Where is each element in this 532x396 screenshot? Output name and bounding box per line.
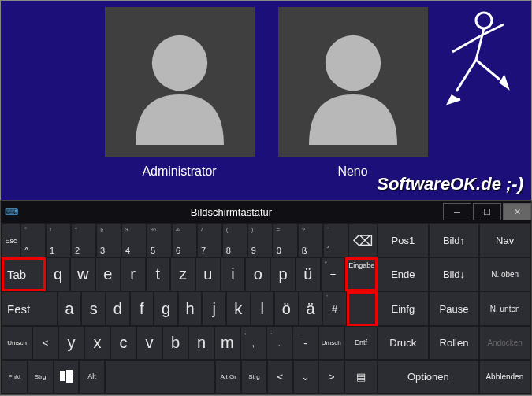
user-tile-administrator[interactable]: Administrator — [105, 7, 255, 201]
key-0[interactable]: =0 — [273, 224, 297, 257]
key-p[interactable]: p — [271, 258, 295, 291]
key-pagedown[interactable]: Bild↓ — [430, 258, 479, 291]
key-j[interactable]: j — [203, 292, 225, 324]
key-enter-lower[interactable] — [348, 292, 377, 324]
login-screen: Administrator Neno SoftwareOK.de ;-) — [1, 1, 531, 201]
key-menu[interactable]: ▤ — [345, 361, 377, 393]
key-end[interactable]: Ende — [378, 258, 428, 291]
key-u[interactable]: u — [196, 258, 220, 291]
key-m[interactable]: m — [215, 327, 240, 359]
user-tile-neno[interactable]: Neno — [278, 7, 428, 201]
key-r[interactable]: r — [121, 258, 145, 291]
key-capslock[interactable]: Fest — [2, 292, 57, 324]
key-pageup[interactable]: Bild↑ — [430, 224, 479, 257]
key-sharp-s[interactable]: ?ß — [299, 224, 322, 257]
key-ctrl-left[interactable]: Strg — [28, 361, 53, 393]
key-5[interactable]: %5 — [147, 224, 171, 257]
key-down-arrow[interactable]: ⌄ — [294, 361, 318, 393]
avatar — [278, 7, 428, 157]
key-dock[interactable]: Andocken — [480, 327, 530, 359]
key-4[interactable]: $4 — [122, 224, 146, 257]
svg-line-7 — [476, 60, 500, 80]
key-lessthan[interactable]: < — [33, 327, 58, 359]
key-c[interactable]: c — [111, 327, 136, 359]
key-n[interactable]: n — [189, 327, 214, 359]
maximize-button[interactable]: ☐ — [473, 203, 501, 220]
key-accent[interactable]: `´ — [324, 224, 348, 257]
key-alt[interactable]: Alt — [80, 361, 104, 393]
key-hash[interactable]: '# — [323, 292, 346, 324]
key-3[interactable]: §3 — [97, 224, 121, 257]
key-tab[interactable]: Tab — [2, 258, 45, 291]
minimize-button[interactable]: ─ — [443, 203, 471, 220]
key-9[interactable]: )9 — [248, 224, 272, 257]
key-fn[interactable]: Fnkt — [2, 361, 27, 393]
key-scrolllock[interactable]: Rollen — [430, 327, 479, 359]
key-fade[interactable]: Abblenden — [480, 361, 530, 393]
keyboard-area: Esc °^ !1 "2 §3 $4 %5 &6 /7 (8 )9 =0 ?ß … — [1, 223, 531, 394]
key-delete[interactable]: Entf — [345, 327, 377, 359]
key-plus[interactable]: *+ — [322, 258, 345, 291]
key-backspace[interactable]: ⌫ — [349, 224, 377, 257]
key-nav-up[interactable]: N. oben — [480, 258, 530, 291]
key-z[interactable]: z — [171, 258, 195, 291]
key-insert[interactable]: Einfg — [378, 292, 428, 324]
key-1[interactable]: !1 — [47, 224, 70, 257]
key-w[interactable]: w — [71, 258, 95, 291]
key-dash[interactable]: _- — [293, 327, 318, 359]
key-dot[interactable]: :. — [267, 327, 292, 359]
key-nav-down[interactable]: N. unten — [480, 292, 530, 324]
key-options[interactable]: Optionen — [378, 361, 478, 393]
key-i[interactable]: i — [221, 258, 245, 291]
key-home[interactable]: Pos1 — [378, 224, 428, 257]
user-name-label: Neno — [337, 165, 367, 179]
key-s[interactable]: s — [82, 292, 105, 324]
key-left-arrow[interactable]: < — [268, 361, 292, 393]
key-d[interactable]: d — [106, 292, 129, 324]
key-7[interactable]: /7 — [198, 224, 221, 257]
key-e[interactable]: e — [96, 258, 120, 291]
key-ctrl-right[interactable]: Strg — [242, 361, 266, 393]
key-esc[interactable]: Esc — [2, 224, 20, 257]
key-windows[interactable] — [54, 361, 79, 393]
avatar — [105, 7, 255, 157]
key-k[interactable]: k — [227, 292, 250, 324]
close-button[interactable]: ✕ — [503, 203, 531, 220]
onscreen-keyboard-window: ⌨ Bildschirmtastatur ─ ☐ ✕ Esc °^ !1 "2 … — [0, 200, 532, 395]
key-6[interactable]: &6 — [173, 224, 196, 257]
key-print[interactable]: Druck — [378, 327, 428, 359]
key-q[interactable]: q — [47, 258, 70, 291]
key-t[interactable]: t — [147, 258, 170, 291]
key-ue[interactable]: ü — [296, 258, 320, 291]
key-comma[interactable]: ;, — [241, 327, 266, 359]
key-nav[interactable]: Nav — [480, 224, 530, 257]
key-caret[interactable]: °^ — [21, 224, 45, 257]
key-h[interactable]: h — [179, 292, 202, 324]
key-oe[interactable]: ö — [275, 292, 298, 324]
svg-rect-10 — [60, 376, 65, 381]
key-pause[interactable]: Pause — [430, 292, 479, 324]
key-shift-right[interactable]: Umsch — [319, 327, 344, 359]
svg-line-4 — [452, 36, 480, 52]
key-space[interactable] — [106, 361, 214, 393]
key-shift-left[interactable]: Umsch — [2, 327, 32, 359]
key-enter[interactable]: Eingabe — [346, 258, 377, 291]
titlebar[interactable]: ⌨ Bildschirmtastatur ─ ☐ ✕ — [1, 201, 531, 223]
key-v[interactable]: v — [137, 327, 162, 359]
key-a[interactable]: a — [58, 292, 81, 324]
key-8[interactable]: (8 — [223, 224, 247, 257]
key-right-arrow[interactable]: > — [319, 361, 344, 393]
key-o[interactable]: o — [246, 258, 270, 291]
svg-line-6 — [456, 60, 476, 91]
key-x[interactable]: x — [85, 327, 110, 359]
watermark-text: SoftwareOK.de ;-) — [377, 174, 523, 194]
key-2[interactable]: "2 — [72, 224, 95, 257]
user-name-label: Administrator — [142, 165, 216, 179]
key-ae[interactable]: ä — [299, 292, 322, 324]
key-b[interactable]: b — [163, 327, 188, 359]
key-g[interactable]: g — [154, 292, 177, 324]
key-altgr[interactable]: Alt Gr — [216, 361, 240, 393]
key-l[interactable]: l — [251, 292, 274, 324]
key-f[interactable]: f — [131, 292, 154, 324]
key-y[interactable]: y — [59, 327, 84, 359]
